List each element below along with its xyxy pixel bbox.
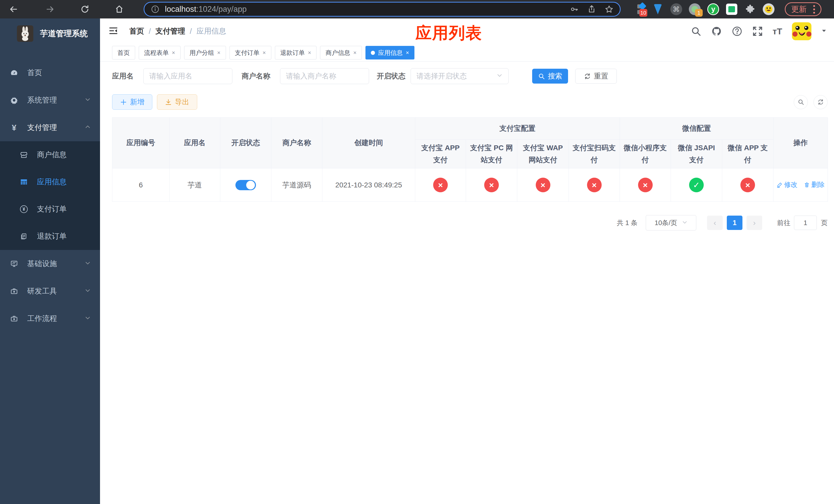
next-page-button[interactable]: ›: [747, 215, 762, 230]
search-button[interactable]: 搜索: [532, 69, 568, 84]
breadcrumb-current: 应用信息: [196, 26, 226, 37]
config-status-3: ×: [587, 178, 602, 192]
payment-submenu: 商户信息 应用信息 ¥ 支付订单 退款订单: [0, 141, 100, 250]
close-icon[interactable]: ×: [406, 50, 409, 55]
merchant-name-input[interactable]: [280, 68, 369, 84]
sidebar-item-dev-tools[interactable]: 研发工具: [0, 277, 100, 305]
tag-views-bar: 首页 流程表单× 用户分组× 支付订单× 退款订单× 商户信息× 应用信息×: [100, 44, 834, 62]
caret-down-icon[interactable]: [821, 28, 827, 35]
adblock-extension-icon[interactable]: 10: [633, 3, 646, 16]
share-icon[interactable]: [588, 5, 596, 13]
goto-page-input[interactable]: [794, 215, 817, 230]
toggle-search-button[interactable]: [794, 95, 808, 109]
close-icon[interactable]: ×: [308, 50, 311, 55]
fullscreen-icon[interactable]: [752, 26, 763, 37]
password-key-icon[interactable]: [570, 5, 578, 13]
close-icon[interactable]: ×: [263, 50, 266, 55]
top-navbar: 首页 / 支付管理 / 应用信息 应用列表 тT: [100, 19, 834, 44]
tab-user-group[interactable]: 用户分组×: [184, 46, 226, 60]
close-icon[interactable]: ×: [172, 50, 175, 55]
address-bar[interactable]: localhost:1024/pay/app: [144, 2, 621, 17]
edit-pencil-icon: [776, 182, 783, 188]
sidebar-item-merchant-info[interactable]: 商户信息: [0, 141, 100, 168]
chevron-down-icon: [85, 287, 91, 295]
url-text: localhost:1024/pay/app: [165, 5, 247, 14]
user-avatar[interactable]: [792, 22, 811, 40]
status-select[interactable]: 请选择开启状态: [411, 68, 508, 84]
col-alipay-qr: 支付宝扫码支付: [569, 140, 620, 168]
close-icon[interactable]: ×: [217, 50, 221, 55]
gear-icon: [10, 96, 18, 104]
recorder-extension-icon[interactable]: 1: [688, 3, 701, 16]
font-size-icon[interactable]: тT: [773, 26, 782, 37]
delete-link[interactable]: 删除: [804, 180, 825, 189]
prev-page-button[interactable]: ‹: [707, 215, 723, 230]
col-status: 开启状态: [220, 118, 271, 168]
tab-process-form[interactable]: 流程表单×: [139, 46, 180, 60]
sidebar-item-home[interactable]: 首页: [0, 59, 100, 86]
sidebar-fold-icon[interactable]: [108, 26, 118, 37]
group-alipay-config: 支付宝配置: [415, 118, 620, 140]
chevron-down-icon: [497, 72, 503, 80]
config-status-1: ×: [484, 178, 499, 192]
page-size-select[interactable]: 10条/页: [646, 215, 696, 230]
emoji-profile-icon[interactable]: [762, 3, 775, 16]
add-button[interactable]: 新增: [112, 94, 152, 110]
close-icon[interactable]: ×: [353, 50, 356, 55]
breadcrumb-payment[interactable]: 支付管理: [155, 26, 185, 37]
sidebar-item-app-info[interactable]: 应用信息: [0, 168, 100, 196]
reset-button[interactable]: 重置: [575, 69, 617, 84]
goto-label: 前往: [777, 219, 790, 227]
sidebar: 芋道管理系统 首页 系统管理 ¥ 支付管理: [0, 19, 100, 504]
tab-pay-orders[interactable]: 支付订单×: [229, 46, 271, 60]
y-extension-icon[interactable]: y: [707, 3, 720, 16]
edit-link[interactable]: 修改: [776, 180, 797, 189]
tab-refund-orders[interactable]: 退款订单×: [275, 46, 317, 60]
bookmark-star-icon[interactable]: [605, 5, 613, 13]
chevron-up-icon: [85, 123, 91, 132]
chevron-down-icon: [85, 259, 91, 268]
browser-update-button[interactable]: 更新: [785, 2, 821, 16]
page-suffix: 页: [821, 219, 828, 227]
app-table: 应用编号 应用名 开启状态 商户名称 创建时间 支付宝配置 微信配置 操作 支付…: [112, 117, 828, 202]
browser-back-icon[interactable]: [7, 3, 20, 16]
app-name-input[interactable]: [144, 68, 232, 84]
help-icon[interactable]: [732, 26, 743, 37]
col-app-name: 应用名: [170, 118, 220, 168]
sidebar-item-system[interactable]: 系统管理: [0, 86, 100, 114]
kite-extension-icon[interactable]: [652, 3, 664, 16]
browser-reload-icon[interactable]: [79, 3, 91, 16]
sidebar-item-payment[interactable]: ¥ 支付管理: [0, 114, 100, 141]
refresh-table-button[interactable]: [813, 95, 828, 109]
extension-tray: 10 ⌘ 1 y: [633, 3, 775, 16]
tab-app-info[interactable]: 应用信息×: [366, 46, 414, 60]
briefcase-icon: [10, 315, 18, 322]
breadcrumb-home[interactable]: 首页: [129, 26, 144, 37]
tab-merchant-info[interactable]: 商户信息×: [320, 46, 362, 60]
github-icon[interactable]: [711, 26, 722, 37]
sidebar-item-pay-orders[interactable]: ¥ 支付订单: [0, 196, 100, 223]
status-toggle[interactable]: [236, 180, 256, 190]
cell-app-id: 6: [112, 168, 170, 202]
export-button[interactable]: 导出: [157, 94, 197, 110]
extensions-puzzle-icon[interactable]: [744, 3, 756, 16]
search-form: 应用名 商户名称 开启状态 请选择开启状态 搜索 重置: [112, 68, 828, 84]
page-number-1[interactable]: 1: [727, 215, 743, 230]
search-icon[interactable]: [690, 26, 701, 37]
browser-home-icon[interactable]: [113, 3, 126, 16]
browser-forward-icon[interactable]: [44, 3, 57, 16]
sidebar-item-label: 工作流程: [27, 314, 57, 324]
site-info-icon[interactable]: [151, 5, 159, 13]
browser-menu-icon[interactable]: [813, 5, 815, 14]
sidebar-item-refund-orders[interactable]: 退款订单: [0, 223, 100, 250]
app-logo[interactable]: 芋道管理系统: [0, 19, 100, 49]
sidebar-item-workflow[interactable]: 工作流程: [0, 305, 100, 332]
command-extension-icon[interactable]: ⌘: [670, 3, 683, 16]
chat-extension-icon[interactable]: [725, 3, 738, 16]
sidebar-item-infrastructure[interactable]: 基础设施: [0, 250, 100, 277]
cell-merchant: 芋道源码: [271, 168, 322, 202]
tab-home[interactable]: 首页: [112, 46, 135, 60]
status-label: 开启状态: [377, 71, 405, 81]
table-toolbar: 新增 导出: [112, 94, 828, 110]
config-status-5: ✓: [689, 178, 704, 192]
